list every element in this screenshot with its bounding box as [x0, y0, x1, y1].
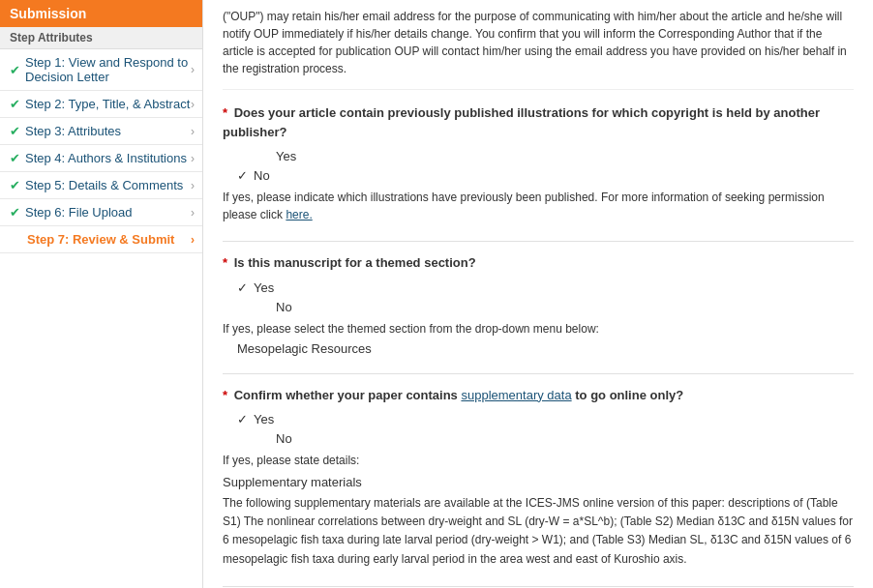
- sidebar-item-step6[interactable]: ✔ Step 6: File Upload ›: [0, 199, 202, 226]
- check-icon-step2: ✔: [10, 97, 20, 111]
- sidebar-item-step7[interactable]: Step 7: Review & Submit ›: [0, 226, 202, 253]
- arrow-icon-step5: ›: [191, 179, 195, 192]
- helper-text-3: If yes, please state details:: [223, 452, 854, 469]
- divider-1: [223, 241, 854, 242]
- sidebar-item-step5[interactable]: ✔ Step 5: Details & Comments ›: [0, 172, 202, 199]
- themed-value: Mesopelagic Resources: [237, 341, 854, 356]
- radio-label-no-2: No: [276, 300, 292, 314]
- question-text-1: Does your article contain previously pub…: [223, 105, 820, 139]
- question-label-2: * Is this manuscript for a themed sectio…: [223, 253, 854, 273]
- supp-detail-text: The following supplementary materials ar…: [223, 494, 854, 569]
- sidebar-item-label-step1: Step 1: View and Respond to Decision Let…: [25, 55, 191, 84]
- check-icon-step4: ✔: [10, 151, 20, 165]
- sidebar-section-label: Step Attributes: [0, 27, 202, 49]
- arrow-icon-step6: ›: [191, 206, 195, 220]
- main-content: ("OUP") may retain his/her email address…: [203, 0, 873, 588]
- intro-text: ("OUP") may retain his/her email address…: [223, 0, 854, 90]
- question-label-1: * Does your article contain previously p…: [223, 103, 854, 141]
- here-link-1[interactable]: here.: [286, 208, 312, 221]
- helper-text-2: If yes, please select the themed section…: [223, 320, 854, 338]
- sidebar-item-label-step3: Step 3: Attributes: [25, 124, 121, 138]
- radio-label-no-1: No: [254, 168, 270, 183]
- radio-label-yes-2: Yes: [254, 280, 274, 295]
- question-block-2: * Is this manuscript for a themed sectio…: [223, 253, 854, 356]
- question-text-3a: Confirm whether your paper contains: [234, 388, 462, 402]
- sidebar-item-step3[interactable]: ✔ Step 3: Attributes ›: [0, 118, 202, 145]
- supp-title: Supplementary materials: [223, 475, 854, 489]
- radio-label-no-3: No: [276, 431, 292, 446]
- radio-yes-2[interactable]: Yes: [237, 280, 854, 295]
- helper-text-1: If yes, please indicate which illustrati…: [223, 189, 854, 223]
- radio-no-3[interactable]: No: [237, 431, 854, 446]
- arrow-icon-step1: ›: [191, 63, 195, 76]
- sidebar: Submission Step Attributes ✔ Step 1: Vie…: [0, 0, 203, 588]
- check-icon-step5: ✔: [10, 178, 20, 192]
- supplementary-data-link[interactable]: supplementary data: [461, 388, 571, 402]
- arrow-icon-step3: ›: [191, 125, 195, 138]
- sidebar-item-label-step7: Step 7: Review & Submit: [27, 232, 174, 247]
- sidebar-item-label-step5: Step 5: Details & Comments: [25, 178, 183, 192]
- sidebar-item-label-step2: Step 2: Type, Title, & Abstract: [25, 97, 190, 111]
- question-text-2: Is this manuscript for a themed section?: [234, 255, 476, 270]
- check-icon-step1: ✔: [10, 63, 20, 77]
- arrow-icon-step7: ›: [191, 233, 195, 247]
- check-icon-step3: ✔: [10, 124, 20, 138]
- required-marker-3: *: [223, 388, 227, 402]
- radio-no-1[interactable]: No: [237, 168, 854, 183]
- radio-label-yes-3: Yes: [254, 412, 274, 426]
- radio-no-2[interactable]: No: [237, 300, 854, 314]
- required-marker-2: *: [223, 255, 227, 270]
- sidebar-item-step1[interactable]: ✔ Step 1: View and Respond to Decision L…: [0, 49, 202, 91]
- question-block-3: * Confirm whether your paper contains su…: [223, 386, 854, 569]
- sidebar-header: Submission: [0, 0, 202, 27]
- sidebar-item-step4[interactable]: ✔ Step 4: Authors & Institutions ›: [0, 145, 202, 172]
- arrow-icon-step4: ›: [191, 152, 195, 165]
- arrow-icon-step2: ›: [191, 98, 195, 111]
- radio-label-yes-1: Yes: [276, 149, 296, 163]
- radio-yes-1[interactable]: Yes: [237, 149, 854, 163]
- sidebar-item-step2[interactable]: ✔ Step 2: Type, Title, & Abstract ›: [0, 91, 202, 118]
- radio-yes-3[interactable]: Yes: [237, 412, 854, 426]
- check-icon-step6: ✔: [10, 205, 20, 220]
- sidebar-item-label-step6: Step 6: File Upload: [25, 205, 133, 220]
- question-label-3: * Confirm whether your paper contains su…: [223, 386, 854, 405]
- question-text-3b: to go online only?: [572, 388, 684, 402]
- divider-2: [223, 373, 854, 374]
- required-marker-1: *: [223, 105, 227, 120]
- divider-3: [223, 586, 854, 587]
- question-block-1: * Does your article contain previously p…: [223, 103, 854, 223]
- sidebar-item-label-step4: Step 4: Authors & Institutions: [25, 151, 187, 165]
